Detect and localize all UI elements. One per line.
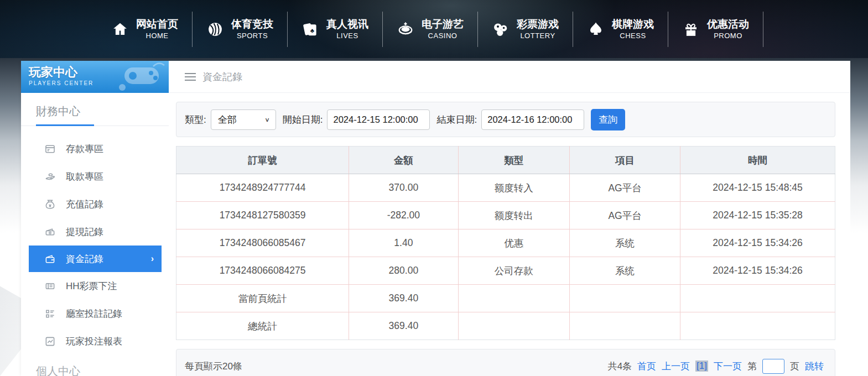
- report-icon: [44, 336, 55, 347]
- sidebar-item-deposit[interactable]: 存款專區: [21, 135, 169, 163]
- cell-time: 2024-12-15 15:34:26: [680, 257, 835, 285]
- withdraw-hand-icon: [44, 171, 55, 182]
- players-center-header: 玩家中心 PLAYERS CENTER: [21, 61, 169, 93]
- gift-icon: [682, 20, 700, 38]
- col-order-no: 訂單號: [176, 147, 349, 174]
- pagination-bar: 每頁顯示20條 共4条 首页 上一页 [1] 下一页 第 页 跳转: [176, 349, 835, 376]
- jump-suffix: 页: [790, 360, 799, 373]
- nav-item-casino[interactable]: 电子游艺CASINO: [383, 12, 478, 47]
- cell-project: 系统: [570, 229, 680, 257]
- top-navigation: 网站首页HOME 体育竞技SPORTS ♣ 真人视讯LIVES 电子游艺CASI…: [0, 0, 868, 58]
- cell-amount: 370.00: [349, 174, 459, 202]
- cell-project: AG平台: [570, 202, 680, 229]
- nav-item-lives[interactable]: ♣ 真人视讯LIVES: [288, 12, 383, 47]
- menu-icon[interactable]: [185, 73, 196, 81]
- funds-table-wrap: 訂單號 金額 類型 項目 時間 1734248924777744 370.00 …: [176, 146, 835, 340]
- cell-type: 优惠: [458, 229, 569, 257]
- section-personal-center: 個人中心: [21, 355, 169, 376]
- start-date-input[interactable]: [327, 109, 430, 130]
- main-panel: 資金記錄 類型: 全部 ∨ 開始日期: 結束日期: 查詢 訂單號 金額 類型 項…: [169, 61, 850, 376]
- col-type: 類型: [458, 147, 569, 174]
- jump-go-link[interactable]: 跳转: [805, 360, 824, 373]
- cell-order-no: 1734248127580359: [176, 202, 349, 229]
- sidebar-item-hh-lottery-bets[interactable]: HH彩票下注: [21, 272, 169, 300]
- banknote-icon: [44, 226, 55, 237]
- nav-item-lottery[interactable]: 彩票游戏LOTTERY: [478, 12, 573, 47]
- sports-icon: [206, 20, 224, 38]
- deposit-card-icon: [44, 143, 55, 154]
- page-title: 資金記錄: [202, 70, 242, 83]
- total-count: 共4条: [608, 360, 632, 373]
- col-amount: 金額: [349, 147, 459, 174]
- chevron-right-icon: ›: [151, 254, 154, 264]
- list-icon: [44, 308, 55, 319]
- table-row: 1734248924777744 370.00 额度转入 AG平台 2024-1…: [176, 174, 835, 202]
- section-finance-center: 財務中心: [21, 93, 169, 126]
- sidebar-item-withdraw[interactable]: 取款專區: [21, 163, 169, 190]
- cell-time: 2024-12-15 15:48:45: [680, 174, 835, 202]
- cell-time: 2024-12-15 15:34:26: [680, 229, 835, 257]
- breadcrumb: 資金記錄: [169, 61, 850, 93]
- section-divider: [21, 126, 169, 126]
- cell-type: 额度转出: [458, 202, 569, 229]
- table-row: 1734248066085467 1.40 优惠 系统 2024-12-15 1…: [176, 229, 835, 257]
- cell-label: 總統計: [176, 312, 349, 340]
- current-page: [1]: [695, 361, 708, 372]
- chevron-down-icon: ∨: [264, 116, 270, 123]
- sidebar-item-withdraw-record[interactable]: 提現記錄: [21, 218, 169, 246]
- type-select-value: 全部: [218, 113, 237, 126]
- moneybag-icon: [44, 199, 55, 210]
- nav-item-home[interactable]: 网站首页HOME: [97, 12, 193, 47]
- lottery-icon: [492, 20, 510, 38]
- sidebar-item-hall-bet-record[interactable]: 廳室投註記錄: [21, 300, 169, 327]
- nav-item-promo[interactable]: 优惠活动PROMO: [668, 12, 763, 47]
- roulette-icon: [397, 20, 414, 38]
- cell-order-no: 1734248066084275: [176, 257, 349, 285]
- nav-item-sports[interactable]: 体育竞技SPORTS: [193, 12, 288, 47]
- cell-amount: 369.40: [349, 312, 459, 340]
- start-date-label: 開始日期:: [283, 113, 323, 126]
- type-label: 類型:: [185, 113, 206, 126]
- sidebar-item-player-bet-report[interactable]: 玩家投注報表: [21, 327, 169, 355]
- cell-label: 當前頁統計: [176, 285, 349, 312]
- cell-amount: 369.40: [349, 285, 459, 312]
- sidebar-item-funds-record[interactable]: 資金記錄 ›: [29, 246, 162, 272]
- cell-project: AG平台: [570, 174, 680, 202]
- first-page-link[interactable]: 首页: [637, 360, 656, 373]
- cell-time: 2024-12-15 15:35:28: [680, 202, 835, 229]
- sidebar-menu: 存款專區 取款專區 充值記錄 提現記錄 資金記錄 ›: [21, 130, 169, 355]
- filter-bar: 類型: 全部 ∨ 開始日期: 結束日期: 查詢: [176, 102, 835, 137]
- prev-page-link[interactable]: 上一页: [662, 360, 690, 373]
- table-row-page-total: 當前頁統計 369.40: [176, 285, 835, 312]
- funds-table: 訂單號 金額 類型 項目 時間 1734248924777744 370.00 …: [176, 146, 835, 340]
- type-select[interactable]: 全部 ∨: [211, 109, 276, 130]
- col-time: 時間: [680, 147, 835, 174]
- end-date-label: 結束日期:: [436, 113, 477, 126]
- cell-amount: 1.40: [349, 229, 459, 257]
- jump-page-input[interactable]: [762, 359, 784, 374]
- cell-amount: -282.00: [349, 202, 459, 229]
- table-row-grand-total: 總統計 369.40: [176, 312, 835, 340]
- table-row: 1734248127580359 -282.00 额度转出 AG平台 2024-…: [176, 202, 835, 229]
- svg-text:♣: ♣: [310, 27, 315, 33]
- next-page-link[interactable]: 下一页: [714, 360, 742, 373]
- sidebar: 玩家中心 PLAYERS CENTER 財務中心 存款專區 取款專區: [21, 61, 169, 376]
- ticket-icon: [44, 280, 55, 291]
- cell-project: 系统: [570, 257, 680, 285]
- cell-order-no: 1734248924777744: [176, 174, 349, 202]
- search-button[interactable]: 查詢: [591, 109, 625, 130]
- table-header-row: 訂單號 金額 類型 項目 時間: [176, 147, 835, 174]
- col-project: 項目: [570, 147, 680, 174]
- cell-type: 额度转入: [458, 174, 569, 202]
- cell-order-no: 1734248066085467: [176, 229, 349, 257]
- jump-prefix: 第: [747, 360, 757, 373]
- spade-icon: [587, 20, 605, 38]
- gamepad-icon: [115, 62, 165, 92]
- per-page-info: 每頁顯示20條: [185, 360, 242, 373]
- sidebar-item-recharge-record[interactable]: 充值記錄: [21, 190, 169, 218]
- cell-amount: 280.00: [349, 257, 459, 285]
- end-date-input[interactable]: [481, 109, 584, 130]
- cards-icon: ♣: [302, 20, 319, 38]
- wallet-icon: [44, 253, 55, 264]
- nav-item-chess[interactable]: 棋牌游戏CHESS: [573, 12, 668, 47]
